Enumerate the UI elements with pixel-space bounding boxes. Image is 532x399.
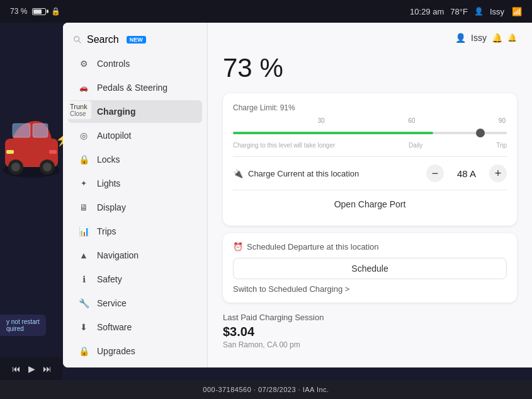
slider-note-left: Charging to this level will take longer xyxy=(233,142,335,149)
scheduled-section: ⏰ Scheduled Departure at this location S… xyxy=(223,233,517,303)
charge-slider[interactable] xyxy=(233,127,507,139)
divider-2 xyxy=(233,190,507,190)
service-icon: 🔧 xyxy=(78,298,89,308)
charge-percentage: 73 % xyxy=(223,53,517,83)
slider-scale: 30 60 90 xyxy=(233,117,507,124)
status-bar: 73 % 🔒 10:29 am 78°F 👤 Issy 📶 xyxy=(0,0,532,23)
safety-label: Safety xyxy=(97,274,122,284)
current-value: 48 A xyxy=(454,168,479,179)
last-session-title: Last Paid Charging Session xyxy=(223,313,517,322)
sidebar-item-locks[interactable]: 🔒 Locks xyxy=(68,148,202,171)
play-button[interactable]: ▶ xyxy=(28,364,35,374)
main-container: Search NEW ⚙ Controls 🚗 Pedals & Steerin… xyxy=(63,23,532,367)
temp-display: 78°F xyxy=(450,7,468,16)
software-icon: ⬇ xyxy=(78,322,89,332)
pedals-icon: 🚗 xyxy=(78,84,89,92)
upgrades-icon: 🔒 xyxy=(78,346,89,356)
lights-icon: ✦ xyxy=(78,179,89,188)
slider-track xyxy=(233,132,507,134)
trunk-label: Trunk Close xyxy=(66,101,91,119)
search-row[interactable]: Search NEW xyxy=(63,28,207,52)
last-session-time: 00 pm xyxy=(279,340,300,349)
charging-label: Charging xyxy=(97,107,135,117)
sidebar-item-display[interactable]: 🖥 Display xyxy=(68,196,202,219)
sidebar-item-software[interactable]: ⬇ Software xyxy=(68,316,202,338)
trips-label: Trips xyxy=(97,226,116,236)
navigation-icon: ▲ xyxy=(78,250,89,260)
svg-line-12 xyxy=(79,41,81,43)
decrease-current-button[interactable]: − xyxy=(426,165,444,182)
display-label: Display xyxy=(97,202,126,212)
switch-charging-link[interactable]: Switch to Scheduled Charging > xyxy=(233,284,507,294)
user-avatar-icon: 👤 xyxy=(455,33,466,43)
slider-note: Charging to this level will take longer … xyxy=(233,142,507,149)
status-bar-right: 📶 xyxy=(512,7,522,16)
svg-point-5 xyxy=(11,163,20,171)
upgrades-label: Upgrades xyxy=(97,346,135,356)
wifi-icon: 📶 xyxy=(512,7,522,16)
lock-icon: 🔒 xyxy=(51,7,60,16)
svg-rect-2 xyxy=(13,124,30,137)
slider-thumb[interactable] xyxy=(476,129,485,137)
battery-percentage: 73 % xyxy=(10,7,27,16)
sidebar-item-trips[interactable]: 📊 Trips xyxy=(68,220,202,243)
slider-mark-30: 30 xyxy=(318,117,325,124)
sidebar-item-controls[interactable]: ⚙ Controls xyxy=(68,52,202,75)
clock-icon: ⏰ xyxy=(233,242,243,252)
pedals-label: Pedals & Steering xyxy=(97,83,167,93)
controls-label: Controls xyxy=(97,59,130,69)
battery-icon xyxy=(32,8,46,15)
status-bar-left: 73 % 🔒 xyxy=(10,7,402,16)
slider-fill xyxy=(233,132,433,134)
restart-notification: y not restart quired xyxy=(0,315,46,336)
plug-icon: 🔌 xyxy=(233,169,243,178)
sidebar-item-upgrades[interactable]: 🔒 Upgrades xyxy=(68,340,202,362)
schedule-button[interactable]: Schedule xyxy=(233,258,507,279)
charge-card: Charge Limit: 91% 30 60 90 Charging to t… xyxy=(223,93,517,226)
prev-button[interactable]: ⏮ xyxy=(12,364,21,374)
safety-icon: ℹ xyxy=(78,274,89,284)
autopilot-label: Autopilot xyxy=(97,130,131,141)
locks-label: Locks xyxy=(97,154,120,165)
slider-mark-60: 60 xyxy=(408,117,415,124)
sidebar-item-navigation[interactable]: ▲ Navigation xyxy=(68,244,202,267)
user-row: 👤 Issy 🔔 🔔 xyxy=(455,33,517,43)
slider-mark-90: 90 xyxy=(499,117,506,124)
charge-limit-label: Charge Limit: 91% xyxy=(233,103,507,112)
controls-icon: ⚙ xyxy=(78,59,89,69)
sidebar-item-autopilot[interactable]: ◎ Autopilot xyxy=(68,124,202,147)
charge-current-label: 🔌 Charge Current at this location xyxy=(233,169,359,178)
sidebar-item-pedals[interactable]: 🚗 Pedals & Steering xyxy=(68,76,202,99)
open-charge-port-button[interactable]: Open Charge Port xyxy=(233,193,507,216)
time-display: 10:29 am xyxy=(410,7,444,16)
slider-note-trip: Trip xyxy=(496,142,507,149)
next-button[interactable]: ⏭ xyxy=(43,364,52,374)
watermark-text: 000-37184560 · 07/28/2023 · IAA Inc. xyxy=(203,386,329,393)
sidebar-item-lights[interactable]: ✦ Lights xyxy=(68,172,202,195)
svg-text:⚡: ⚡ xyxy=(55,132,63,147)
svg-point-7 xyxy=(43,163,52,171)
notification-icon: 🔔 xyxy=(492,33,502,43)
sidebar-item-service[interactable]: 🔧 Service xyxy=(68,292,202,315)
search-icon xyxy=(73,35,82,44)
last-paid-session: Last Paid Charging Session $3.04 San Ram… xyxy=(223,310,517,352)
sidebar-item-safety[interactable]: ℹ Safety xyxy=(68,268,202,291)
charge-current-row: 🔌 Charge Current at this location − 48 A… xyxy=(233,159,507,187)
last-session-location: San Ramon, CA 00 pm xyxy=(223,340,517,349)
last-session-amount: $3.04 xyxy=(223,325,517,339)
charge-current-control: − 48 A + xyxy=(426,165,507,182)
search-label: Search xyxy=(87,34,119,45)
increase-current-button[interactable]: + xyxy=(489,165,507,182)
navigation-label: Navigation xyxy=(97,250,139,260)
car-illustration: ⚡ xyxy=(0,95,66,208)
user-icon: 👤 xyxy=(474,7,484,16)
autopilot-icon: ◎ xyxy=(78,130,89,141)
svg-rect-8 xyxy=(6,150,14,154)
bell-icon: 🔔 xyxy=(507,33,517,42)
lights-label: Lights xyxy=(97,178,120,188)
service-label: Service xyxy=(97,298,127,308)
new-badge: NEW xyxy=(127,36,146,43)
svg-point-11 xyxy=(74,37,79,42)
user-name: Issy xyxy=(471,33,487,43)
sidebar: Search NEW ⚙ Controls 🚗 Pedals & Steerin… xyxy=(63,23,208,367)
